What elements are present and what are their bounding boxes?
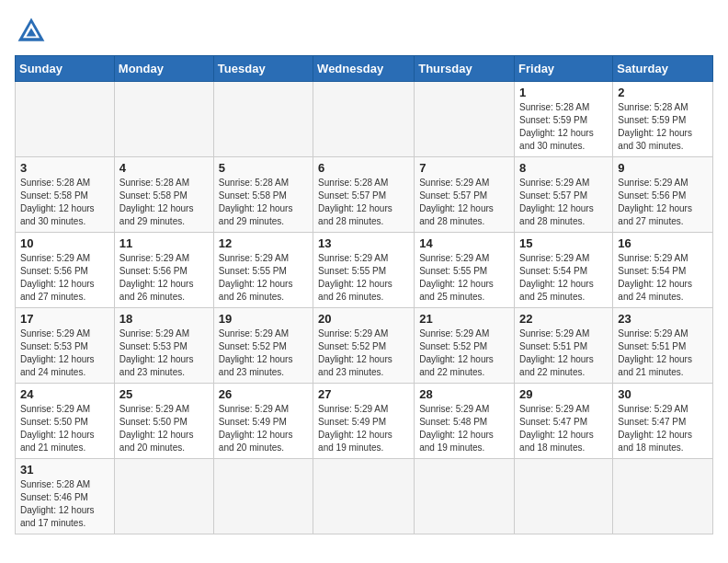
day-number: 14 — [419, 236, 509, 250]
day-number: 2 — [618, 86, 708, 99]
day-cell: 18Sunrise: 5:29 AM Sunset: 5:53 PM Dayli… — [114, 308, 213, 384]
day-info: Sunrise: 5:29 AM Sunset: 5:53 PM Dayligh… — [20, 327, 109, 379]
logo-icon — [15, 15, 48, 48]
day-cell — [515, 459, 613, 534]
day-number: 31 — [20, 463, 109, 477]
day-cell — [114, 82, 213, 157]
column-header-friday: Friday — [515, 56, 613, 82]
day-number: 28 — [419, 387, 509, 401]
day-number: 19 — [219, 312, 308, 326]
day-number: 16 — [618, 236, 708, 250]
day-cell — [415, 459, 515, 534]
day-info: Sunrise: 5:29 AM Sunset: 5:52 PM Dayligh… — [219, 327, 308, 379]
day-cell: 29Sunrise: 5:29 AM Sunset: 5:47 PM Dayli… — [515, 384, 613, 459]
day-cell — [613, 459, 713, 534]
day-number: 4 — [119, 161, 209, 175]
day-cell: 3Sunrise: 5:28 AM Sunset: 5:58 PM Daylig… — [16, 157, 115, 233]
day-cell: 14Sunrise: 5:29 AM Sunset: 5:55 PM Dayli… — [415, 233, 515, 308]
day-number: 17 — [20, 312, 109, 326]
week-row-4: 17Sunrise: 5:29 AM Sunset: 5:53 PM Dayli… — [16, 308, 713, 384]
day-info: Sunrise: 5:29 AM Sunset: 5:52 PM Dayligh… — [419, 327, 509, 379]
day-number: 23 — [618, 312, 708, 326]
day-info: Sunrise: 5:29 AM Sunset: 5:55 PM Dayligh… — [219, 252, 308, 304]
day-cell: 28Sunrise: 5:29 AM Sunset: 5:48 PM Dayli… — [415, 384, 515, 459]
day-number: 24 — [20, 387, 109, 401]
day-number: 6 — [318, 161, 409, 175]
day-cell: 4Sunrise: 5:28 AM Sunset: 5:58 PM Daylig… — [114, 157, 213, 233]
day-number: 1 — [519, 86, 608, 99]
day-number: 9 — [618, 161, 708, 175]
day-info: Sunrise: 5:28 AM Sunset: 5:58 PM Dayligh… — [219, 177, 308, 228]
day-info: Sunrise: 5:28 AM Sunset: 5:57 PM Dayligh… — [318, 177, 409, 228]
day-cell: 31Sunrise: 5:28 AM Sunset: 5:46 PM Dayli… — [16, 459, 115, 534]
day-cell — [415, 82, 515, 157]
day-cell: 5Sunrise: 5:28 AM Sunset: 5:58 PM Daylig… — [213, 157, 313, 233]
day-number: 13 — [318, 236, 409, 250]
day-number: 18 — [119, 312, 209, 326]
day-cell: 15Sunrise: 5:29 AM Sunset: 5:54 PM Dayli… — [515, 233, 613, 308]
day-info: Sunrise: 5:29 AM Sunset: 5:53 PM Dayligh… — [119, 327, 209, 379]
day-number: 22 — [519, 312, 608, 326]
day-number: 25 — [119, 387, 209, 401]
day-info: Sunrise: 5:28 AM Sunset: 5:58 PM Dayligh… — [20, 177, 109, 228]
day-info: Sunrise: 5:29 AM Sunset: 5:54 PM Dayligh… — [618, 252, 708, 304]
day-cell — [313, 459, 415, 534]
day-number: 20 — [318, 312, 409, 326]
day-cell: 25Sunrise: 5:29 AM Sunset: 5:50 PM Dayli… — [114, 384, 213, 459]
day-cell: 1Sunrise: 5:28 AM Sunset: 5:59 PM Daylig… — [515, 82, 613, 157]
day-cell — [114, 459, 213, 534]
day-info: Sunrise: 5:29 AM Sunset: 5:47 PM Dayligh… — [618, 403, 708, 454]
day-number: 21 — [419, 312, 509, 326]
column-header-wednesday: Wednesday — [313, 56, 415, 82]
day-cell — [16, 82, 115, 157]
day-info: Sunrise: 5:29 AM Sunset: 5:47 PM Dayligh… — [519, 403, 608, 454]
day-cell: 6Sunrise: 5:28 AM Sunset: 5:57 PM Daylig… — [313, 157, 415, 233]
day-cell: 22Sunrise: 5:29 AM Sunset: 5:51 PM Dayli… — [515, 308, 613, 384]
day-cell: 9Sunrise: 5:29 AM Sunset: 5:56 PM Daylig… — [613, 157, 713, 233]
day-info: Sunrise: 5:28 AM Sunset: 5:59 PM Dayligh… — [618, 101, 708, 153]
day-cell: 13Sunrise: 5:29 AM Sunset: 5:55 PM Dayli… — [313, 233, 415, 308]
day-info: Sunrise: 5:29 AM Sunset: 5:51 PM Dayligh… — [519, 327, 608, 379]
day-info: Sunrise: 5:29 AM Sunset: 5:52 PM Dayligh… — [318, 327, 409, 379]
day-number: 7 — [419, 161, 509, 175]
day-info: Sunrise: 5:28 AM Sunset: 5:46 PM Dayligh… — [20, 478, 109, 530]
week-row-5: 24Sunrise: 5:29 AM Sunset: 5:50 PM Dayli… — [16, 384, 713, 459]
day-number: 26 — [219, 387, 308, 401]
week-row-1: 1Sunrise: 5:28 AM Sunset: 5:59 PM Daylig… — [16, 82, 713, 157]
week-row-6: 31Sunrise: 5:28 AM Sunset: 5:46 PM Dayli… — [16, 459, 713, 534]
column-header-saturday: Saturday — [613, 56, 713, 82]
day-info: Sunrise: 5:29 AM Sunset: 5:55 PM Dayligh… — [318, 252, 409, 304]
column-header-tuesday: Tuesday — [213, 56, 313, 82]
day-number: 10 — [20, 236, 109, 250]
logo — [15, 15, 53, 48]
day-cell: 17Sunrise: 5:29 AM Sunset: 5:53 PM Dayli… — [16, 308, 115, 384]
day-info: Sunrise: 5:29 AM Sunset: 5:49 PM Dayligh… — [318, 403, 409, 454]
day-number: 8 — [519, 161, 608, 175]
column-header-thursday: Thursday — [415, 56, 515, 82]
day-number: 12 — [219, 236, 308, 250]
day-info: Sunrise: 5:29 AM Sunset: 5:55 PM Dayligh… — [419, 252, 509, 304]
day-info: Sunrise: 5:29 AM Sunset: 5:56 PM Dayligh… — [20, 252, 109, 304]
day-cell — [213, 82, 313, 157]
day-info: Sunrise: 5:28 AM Sunset: 5:58 PM Dayligh… — [119, 177, 209, 228]
day-cell: 27Sunrise: 5:29 AM Sunset: 5:49 PM Dayli… — [313, 384, 415, 459]
day-number: 3 — [20, 161, 109, 175]
day-cell: 11Sunrise: 5:29 AM Sunset: 5:56 PM Dayli… — [114, 233, 213, 308]
day-number: 27 — [318, 387, 409, 401]
day-cell: 7Sunrise: 5:29 AM Sunset: 5:57 PM Daylig… — [415, 157, 515, 233]
day-cell: 16Sunrise: 5:29 AM Sunset: 5:54 PM Dayli… — [613, 233, 713, 308]
day-info: Sunrise: 5:29 AM Sunset: 5:57 PM Dayligh… — [519, 177, 608, 228]
day-number: 5 — [219, 161, 308, 175]
day-info: Sunrise: 5:29 AM Sunset: 5:57 PM Dayligh… — [419, 177, 509, 228]
day-info: Sunrise: 5:29 AM Sunset: 5:50 PM Dayligh… — [119, 403, 209, 454]
day-cell: 19Sunrise: 5:29 AM Sunset: 5:52 PM Dayli… — [213, 308, 313, 384]
day-cell: 23Sunrise: 5:29 AM Sunset: 5:51 PM Dayli… — [613, 308, 713, 384]
column-header-sunday: Sunday — [16, 56, 115, 82]
day-info: Sunrise: 5:29 AM Sunset: 5:49 PM Dayligh… — [219, 403, 308, 454]
day-cell — [213, 459, 313, 534]
day-cell: 21Sunrise: 5:29 AM Sunset: 5:52 PM Dayli… — [415, 308, 515, 384]
week-row-2: 3Sunrise: 5:28 AM Sunset: 5:58 PM Daylig… — [16, 157, 713, 233]
day-number: 30 — [618, 387, 708, 401]
day-cell: 24Sunrise: 5:29 AM Sunset: 5:50 PM Dayli… — [16, 384, 115, 459]
day-cell: 8Sunrise: 5:29 AM Sunset: 5:57 PM Daylig… — [515, 157, 613, 233]
